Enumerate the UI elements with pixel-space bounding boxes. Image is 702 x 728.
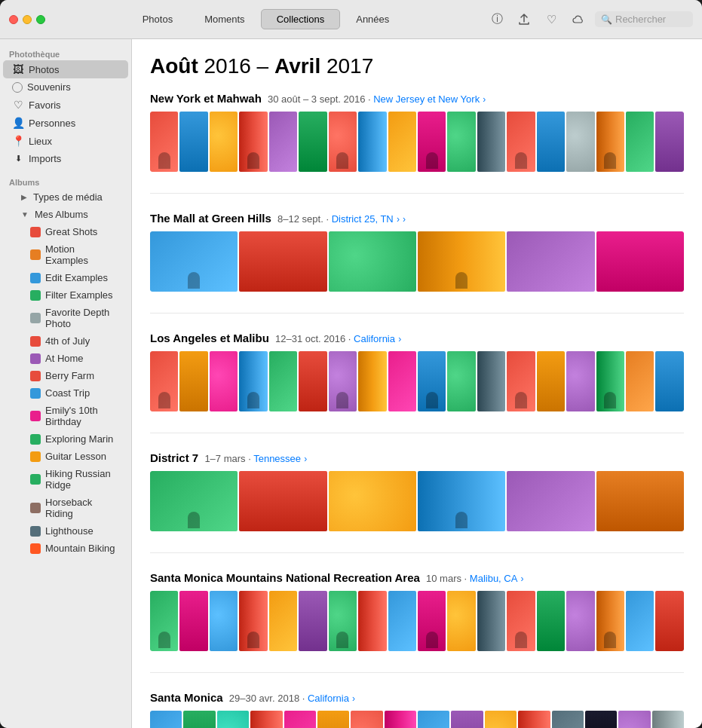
photo-thumbnail[interactable]: [250, 711, 282, 728]
group-arrow-d7[interactable]: ›: [304, 454, 307, 464]
group-location-ny[interactable]: New Jersey et New York: [373, 93, 480, 105]
photo-thumbnail[interactable]: [507, 351, 535, 411]
photo-thumbnail[interactable]: [566, 112, 594, 172]
sidebar-item-filter-examples[interactable]: Filter Examples: [3, 286, 128, 304]
photo-thumbnail[interactable]: [537, 351, 565, 411]
photo-thumbnail[interactable]: [269, 112, 297, 172]
icloud-button[interactable]: [568, 9, 589, 30]
photo-thumbnail[interactable]: [179, 351, 207, 411]
photo-thumbnail[interactable]: [518, 711, 550, 728]
photo-thumbnail[interactable]: [655, 591, 683, 651]
photo-thumbnail[interactable]: [626, 112, 654, 172]
close-button[interactable]: [9, 15, 18, 24]
photo-thumbnail[interactable]: [596, 112, 624, 172]
tab-moments[interactable]: Moments: [189, 9, 260, 29]
photo-thumbnail[interactable]: [239, 112, 267, 172]
photo-thumbnail[interactable]: [358, 591, 386, 651]
photo-thumbnail[interactable]: [150, 231, 238, 292]
photo-thumbnail[interactable]: [150, 112, 178, 172]
photo-strip-mall[interactable]: [150, 231, 684, 292]
photo-thumbnail[interactable]: [418, 351, 446, 411]
photo-thumbnail[interactable]: [329, 591, 357, 651]
sidebar-item-favorite-depth[interactable]: Favorite Depth Photo: [3, 304, 128, 332]
photo-thumbnail[interactable]: [388, 591, 416, 651]
photo-thumbnail[interactable]: [418, 231, 505, 292]
photo-thumbnail[interactable]: [329, 231, 416, 292]
photo-strip-ny[interactable]: [150, 112, 684, 172]
photo-thumbnail[interactable]: [596, 351, 624, 411]
photo-thumbnail[interactable]: [477, 112, 505, 172]
photo-thumbnail[interactable]: [552, 711, 584, 728]
photo-thumbnail[interactable]: [477, 351, 505, 411]
photo-thumbnail[interactable]: [485, 711, 517, 728]
photo-thumbnail[interactable]: [618, 711, 650, 728]
photo-thumbnail[interactable]: [269, 351, 297, 411]
group-location-la[interactable]: California: [354, 333, 395, 344]
photo-thumbnail[interactable]: [299, 591, 326, 651]
group-arrow-ny[interactable]: ›: [483, 94, 486, 105]
photo-thumbnail[interactable]: [183, 711, 215, 728]
group-location-d7[interactable]: Tennessee: [253, 453, 301, 464]
photo-strip-d7[interactable]: [150, 471, 684, 531]
photo-thumbnail[interactable]: [477, 591, 505, 651]
photo-strip-sm[interactable]: [150, 711, 684, 728]
photo-thumbnail[interactable]: [451, 711, 483, 728]
group-arrow-la[interactable]: ›: [398, 334, 401, 344]
photo-strip-smm[interactable]: [150, 591, 684, 651]
photo-thumbnail[interactable]: [239, 591, 267, 651]
photo-thumbnail[interactable]: [299, 112, 326, 172]
photo-thumbnail[interactable]: [179, 591, 207, 651]
photo-thumbnail[interactable]: [566, 351, 594, 411]
photo-thumbnail[interactable]: [507, 591, 535, 651]
sidebar-item-at-home[interactable]: At Home: [3, 350, 128, 367]
photo-thumbnail[interactable]: [388, 112, 416, 172]
favorite-button[interactable]: ♡: [541, 9, 562, 30]
photo-thumbnail[interactable]: [585, 711, 617, 728]
sidebar-item-4th-july[interactable]: 4th of July: [3, 332, 128, 350]
info-button[interactable]: ⓘ: [486, 9, 507, 30]
photo-strip-la[interactable]: [150, 351, 684, 411]
tab-collections[interactable]: Collections: [261, 9, 341, 29]
group-arrow-mall1[interactable]: ›: [397, 214, 400, 225]
photo-thumbnail[interactable]: [210, 351, 238, 411]
photo-thumbnail[interactable]: [358, 351, 386, 411]
tab-photos[interactable]: Photos: [127, 9, 189, 29]
photo-thumbnail[interactable]: [179, 112, 207, 172]
photo-thumbnail[interactable]: [447, 591, 475, 651]
photo-thumbnail[interactable]: [418, 711, 449, 728]
sidebar-item-souvenirs[interactable]: Souvenirs: [3, 78, 128, 96]
photo-thumbnail[interactable]: [507, 231, 594, 292]
sidebar-item-emily-bday[interactable]: Emily's 10th Birthday: [3, 402, 128, 430]
photo-thumbnail[interactable]: [596, 591, 624, 651]
photo-thumbnail[interactable]: [317, 711, 349, 728]
maximize-button[interactable]: [36, 15, 45, 24]
photo-thumbnail[interactable]: [239, 471, 326, 531]
photo-thumbnail[interactable]: [507, 471, 594, 531]
photo-thumbnail[interactable]: [566, 591, 594, 651]
sidebar-item-lieux[interactable]: 📍 Lieux: [3, 132, 128, 150]
photo-thumbnail[interactable]: [388, 351, 416, 411]
group-location-mall[interactable]: District 25, TN: [332, 213, 394, 225]
photo-thumbnail[interactable]: [507, 112, 535, 172]
sidebar-item-mountain-biking[interactable]: Mountain Biking: [3, 540, 128, 557]
photo-thumbnail[interactable]: [329, 351, 357, 411]
photo-thumbnail[interactable]: [385, 711, 416, 728]
sidebar-item-photos[interactable]: 🖼 Photos: [3, 60, 128, 78]
photo-thumbnail[interactable]: [150, 471, 238, 531]
photo-thumbnail[interactable]: [626, 591, 654, 651]
photo-thumbnail[interactable]: [652, 711, 684, 728]
photo-thumbnail[interactable]: [358, 112, 386, 172]
photo-thumbnail[interactable]: [329, 112, 357, 172]
sidebar-item-lighthouse[interactable]: Lighthouse: [3, 522, 128, 540]
sidebar-item-motion-examples[interactable]: Motion Examples: [3, 240, 128, 269]
photo-thumbnail[interactable]: [447, 112, 475, 172]
photo-thumbnail[interactable]: [596, 471, 684, 531]
photo-thumbnail[interactable]: [655, 112, 683, 172]
photo-thumbnail[interactable]: [351, 711, 382, 728]
sidebar-item-types[interactable]: ▶ Types de média: [3, 188, 128, 206]
sidebar-item-guitar-lesson[interactable]: Guitar Lesson: [3, 448, 128, 465]
sidebar-item-favoris[interactable]: ♡ Favoris: [3, 96, 128, 114]
sidebar-item-horseback[interactable]: Horseback Riding: [3, 494, 128, 522]
photo-thumbnail[interactable]: [418, 591, 446, 651]
photo-thumbnail[interactable]: [626, 351, 654, 411]
